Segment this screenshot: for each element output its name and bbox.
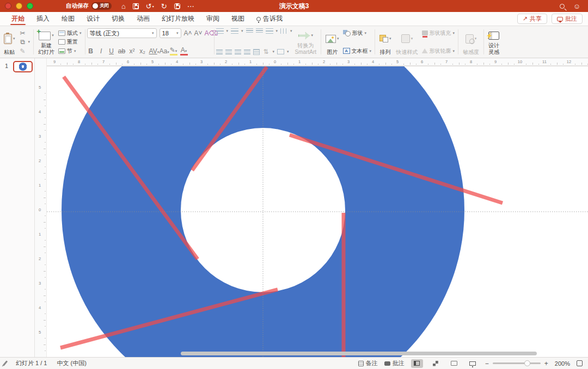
convert-to-smartart-button[interactable]: ▾ 转换为SmartArt	[294, 28, 317, 56]
format-painter-button[interactable]: ✎	[19, 47, 30, 55]
tab-告诉我[interactable]: 告诉我	[250, 12, 289, 26]
shape-outline-button[interactable]: 形状轮廓▾	[422, 47, 455, 55]
share-button[interactable]: ↗ 共享	[517, 14, 547, 24]
cut-button[interactable]: ✂	[19, 29, 30, 37]
slideshow-button[interactable]	[467, 359, 479, 368]
sensitivity-button[interactable]: ▾ 敏感度	[462, 28, 480, 56]
strikethrough-button[interactable]: ab	[118, 47, 126, 55]
feedback-smiley-icon[interactable]: ☺	[573, 2, 580, 10]
bullets-icon[interactable]	[216, 28, 224, 34]
close-window-button[interactable]	[5, 3, 11, 9]
home-icon[interactable]: ⌂	[121, 2, 126, 10]
tab-幻灯片放映[interactable]: 幻灯片放映	[156, 12, 200, 26]
slide-canvas[interactable]	[47, 66, 588, 357]
h-ruler-label: 3	[347, 59, 350, 64]
font-name-combobox[interactable]: 等线 (正文)▾	[87, 28, 157, 38]
bold-button[interactable]: B	[87, 47, 95, 55]
reading-view-button[interactable]	[448, 359, 460, 368]
clear-formatting-button[interactable]: A⌫	[205, 29, 212, 37]
tab-审阅[interactable]: 审阅	[200, 12, 225, 26]
autosave-control[interactable]: 自动保存 关闭	[66, 2, 112, 10]
zoom-level[interactable]: 200%	[555, 360, 570, 367]
font-size-combobox[interactable]: 18▾	[160, 28, 181, 38]
zoom-slider[interactable]	[493, 362, 541, 364]
textbox-button[interactable]: A文本框▾	[343, 47, 372, 55]
zoom-window-button[interactable]	[27, 3, 33, 9]
underline-button[interactable]: U	[108, 47, 115, 55]
h-ruler-label: 5	[151, 59, 154, 64]
text-direction-icon[interactable]: ⇅	[262, 48, 270, 56]
increase-indent-icon[interactable]	[256, 28, 263, 34]
zoom-out-button[interactable]: −	[485, 360, 489, 367]
h-ruler-label: 6	[421, 59, 423, 64]
character-spacing-button[interactable]: AV▾	[149, 47, 157, 55]
copy-button[interactable]: ⧉▾	[19, 38, 30, 46]
paste-button[interactable]: ▾ 粘贴	[3, 28, 16, 56]
section-button[interactable]: 节▾	[58, 47, 82, 55]
italic-button[interactable]: I	[97, 47, 105, 55]
superscript-button[interactable]: x²	[128, 47, 136, 55]
design-ideas-button[interactable]: 设计灵感	[487, 28, 500, 56]
slide-thumbnail[interactable]	[13, 61, 33, 72]
slide-sorter-icon	[433, 361, 438, 366]
horizontal-scrollbar[interactable]	[181, 352, 537, 355]
comments-button[interactable]: 批注	[552, 14, 583, 24]
notes-button[interactable]: 备注	[358, 359, 378, 367]
more-commands-icon[interactable]: ⋯	[187, 2, 194, 10]
autosave-toggle[interactable]: 关闭	[91, 2, 112, 10]
save-icon[interactable]	[133, 3, 139, 9]
fullscreen-icon[interactable]	[577, 360, 583, 366]
change-case-button[interactable]: Aa▾	[160, 47, 167, 55]
align-center-icon[interactable]	[225, 50, 232, 54]
increase-font-size-button[interactable]: A˄	[184, 29, 192, 37]
distribute-icon[interactable]	[253, 49, 260, 55]
highlight-color-button[interactable]: ✎▾	[170, 46, 177, 56]
slide-drawing	[47, 66, 588, 357]
reset-label: 重置	[67, 38, 78, 46]
tab-动画[interactable]: 动画	[131, 12, 156, 26]
align-text-icon[interactable]	[277, 49, 284, 54]
numbering-icon[interactable]	[231, 28, 238, 34]
undo-icon[interactable]: ↺▾	[146, 2, 154, 10]
new-slide-button[interactable]: ▾ 新建幻灯片	[37, 28, 56, 56]
slide-thumbnail-panel[interactable]: 1	[0, 58, 35, 357]
align-right-icon[interactable]	[235, 50, 241, 54]
language-status[interactable]: 中文 (中国)	[57, 359, 86, 367]
slide-sorter-button[interactable]	[430, 359, 442, 368]
zoom-in-button[interactable]: +	[544, 360, 548, 367]
layout-button[interactable]: 版式▾	[58, 29, 82, 37]
minimize-window-button[interactable]	[16, 3, 22, 9]
shape-fill-button[interactable]: 形状填充▾	[422, 29, 455, 37]
normal-view-button[interactable]	[411, 359, 423, 368]
zoom-slider-knob[interactable]	[524, 360, 530, 366]
picture-button[interactable]: ▾ 图片	[324, 28, 340, 56]
status-comments-button[interactable]: 批注	[384, 359, 405, 367]
tab-切换[interactable]: 切换	[106, 12, 131, 26]
subscript-button[interactable]: x₂	[139, 47, 146, 55]
redo-icon[interactable]: ↻	[161, 2, 167, 10]
tab-开始[interactable]: 开始	[5, 12, 30, 26]
decrease-font-size-button[interactable]: A˅	[194, 29, 202, 37]
arrange-button[interactable]: ▾ 排列	[378, 28, 393, 56]
shapes-icon	[343, 30, 351, 36]
tab-绘图[interactable]: 绘图	[56, 12, 81, 26]
decrease-indent-icon[interactable]	[246, 28, 253, 34]
quick-styles-button[interactable]: ▾ 快速样式	[395, 28, 419, 56]
print-icon[interactable]	[174, 3, 180, 9]
tab-视图[interactable]: 视图	[225, 12, 250, 26]
comments-label: 批注	[565, 15, 577, 23]
reset-button[interactable]: 重置	[58, 38, 82, 46]
tab-插入[interactable]: 插入	[30, 12, 56, 26]
justify-icon[interactable]	[244, 50, 250, 54]
font-color-button[interactable]: A▾	[180, 46, 188, 56]
draw-status-icon[interactable]	[3, 360, 8, 366]
columns-icon[interactable]	[280, 28, 287, 34]
shapes-button[interactable]: 形状▾	[343, 29, 372, 37]
h-ruler-label: 7	[102, 59, 105, 64]
tab-设计[interactable]: 设计	[81, 12, 106, 26]
h-ruler-label: 10	[518, 59, 522, 64]
search-icon[interactable]	[560, 2, 565, 10]
powerpoint-window: 自动保存 关闭 ⌂ ↺▾ ↻ ⋯ 演示文稿3 ☺ 开始插入绘图设计切换动画幻灯片…	[0, 0, 588, 369]
line-spacing-icon[interactable]	[266, 28, 273, 34]
align-left-icon[interactable]	[216, 50, 223, 54]
